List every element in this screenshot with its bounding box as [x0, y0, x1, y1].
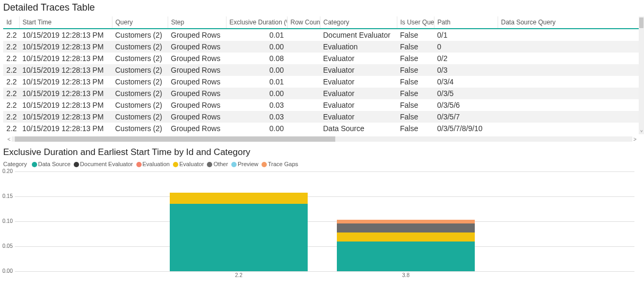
legend-text: Document Evaluator	[80, 161, 133, 167]
legend-item[interactable]: Evaluator	[173, 161, 204, 167]
cell-rc	[287, 53, 320, 64]
table-row[interactable]: 2.210/15/2019 12:28:13 PMCustomers (2)Gr…	[3, 88, 639, 99]
bar-segment[interactable]	[337, 232, 475, 242]
gridline	[15, 246, 634, 247]
cell-query: Customers (2)	[112, 99, 168, 111]
table-title: Detailed Traces Table	[0, 0, 644, 16]
cell-path: 0/1	[434, 29, 498, 41]
legend-text: Data Source	[38, 161, 71, 167]
cell-rc	[287, 99, 320, 111]
gridline	[15, 271, 634, 272]
table-header-row[interactable]: Id Start Time Query Step Exclusive Durat…	[3, 16, 639, 29]
chart-plot-area[interactable]: 0.000.050.100.150.202.23.8	[0, 171, 637, 278]
bar[interactable]	[170, 171, 308, 271]
cell-rc	[287, 111, 320, 123]
table-row[interactable]: 2.210/15/2019 12:28:13 PMCustomers (2)Gr…	[3, 53, 639, 64]
chart-legend[interactable]: Category Data SourceDocument EvaluatorEv…	[0, 161, 644, 171]
table-row[interactable]: 2.210/15/2019 12:28:13 PMCustomers (2)Gr…	[3, 29, 639, 41]
col-row-count[interactable]: Row Count	[287, 16, 320, 29]
chevron-down-icon[interactable]: ⅴ	[639, 128, 643, 133]
col-category[interactable]: Category	[320, 16, 397, 29]
scrollbar-thumb[interactable]	[639, 18, 643, 28]
table-row[interactable]: 2.210/15/2019 12:28:13 PMCustomers (2)Gr…	[3, 99, 639, 111]
bar[interactable]	[337, 171, 475, 271]
col-path[interactable]: Path	[434, 16, 498, 29]
cell-cat: Document Evaluator	[320, 29, 397, 41]
bar-segment[interactable]	[170, 193, 308, 204]
cell-id: 2.2	[3, 53, 19, 64]
cell-path: 0/2	[434, 53, 498, 64]
cell-cat: Evaluator	[320, 64, 397, 76]
cell-dsq	[498, 53, 639, 64]
y-tick-label: 0.05	[0, 243, 13, 249]
legend-item[interactable]: Data Source	[32, 161, 71, 167]
y-tick-label: 0.00	[0, 268, 13, 274]
cell-cat: Evaluator	[320, 111, 397, 123]
legend-item[interactable]: Preview	[231, 161, 258, 167]
cell-user: False	[397, 123, 434, 134]
cell-step: Grouped Rows	[168, 88, 226, 99]
chart-title: Exclusive Duration and Earliest Start Ti…	[0, 146, 644, 161]
bar-segment[interactable]	[170, 204, 308, 271]
bar-segment[interactable]	[337, 242, 475, 271]
horizontal-scrollbar[interactable]: < >	[6, 135, 638, 143]
cell-rc	[287, 41, 320, 53]
legend-swatch	[136, 162, 142, 167]
cell-start: 10/15/2019 12:28:13 PM	[19, 123, 112, 134]
col-step[interactable]: Step	[168, 16, 226, 29]
bar-segment[interactable]	[337, 223, 475, 232]
cell-start: 10/15/2019 12:28:13 PM	[19, 41, 112, 53]
cell-cat: Evaluator	[320, 88, 397, 99]
cell-user: False	[397, 29, 434, 41]
legend-swatch	[32, 162, 37, 167]
cell-rc	[287, 29, 320, 41]
cell-rc	[287, 64, 320, 76]
table-row[interactable]: 2.210/15/2019 12:28:13 PMCustomers (2)Gr…	[3, 41, 639, 53]
cell-dur: 0.00	[226, 64, 287, 76]
chevron-right-icon[interactable]: >	[632, 136, 638, 142]
cell-user: False	[397, 99, 434, 111]
cell-dsq	[498, 64, 639, 76]
table-row[interactable]: 2.210/15/2019 12:28:13 PMCustomers (2)Gr…	[3, 123, 639, 134]
cell-dur: 0.00	[226, 123, 287, 134]
table-row[interactable]: 2.210/15/2019 12:28:13 PMCustomers (2)Gr…	[3, 64, 639, 76]
cell-rc	[287, 123, 320, 134]
scrollbar-track[interactable]	[12, 136, 632, 142]
cell-query: Customers (2)	[112, 76, 168, 88]
cell-user: False	[397, 88, 434, 99]
bar-segment[interactable]	[337, 220, 475, 223]
cell-user: False	[397, 111, 434, 123]
table-row[interactable]: 2.210/15/2019 12:28:13 PMCustomers (2)Gr…	[3, 76, 639, 88]
cell-dsq	[498, 123, 639, 134]
scrollbar-thumb[interactable]	[15, 136, 335, 142]
legend-swatch	[231, 162, 237, 167]
cell-rc	[287, 88, 320, 99]
cell-dsq	[498, 76, 639, 88]
y-tick-label: 0.20	[0, 168, 13, 174]
legend-item[interactable]: Trace Gaps	[262, 161, 298, 167]
chevron-left-icon[interactable]: <	[6, 136, 12, 142]
cell-path: 0/3/5/7/8/9/10	[434, 123, 498, 134]
legend-item[interactable]: Evaluation	[136, 161, 170, 167]
cell-dur: 0.03	[226, 111, 287, 123]
vertical-scrollbar[interactable]: ⅴ	[639, 16, 644, 134]
cell-step: Grouped Rows	[168, 76, 226, 88]
col-query[interactable]: Query	[112, 16, 168, 29]
cell-step: Grouped Rows	[168, 64, 226, 76]
cell-step: Grouped Rows	[168, 123, 226, 134]
col-exclusive-duration[interactable]: Exclusive Duration (%)	[226, 16, 287, 29]
col-start-time[interactable]: Start Time	[19, 16, 112, 29]
legend-item[interactable]: Other	[207, 161, 228, 167]
traces-table[interactable]: Id Start Time Query Step Exclusive Durat…	[3, 16, 639, 134]
legend-label: Category	[3, 161, 27, 167]
col-is-user-query[interactable]: Is User Query	[397, 16, 434, 29]
cell-start: 10/15/2019 12:28:13 PM	[19, 29, 112, 41]
cell-path: 0/3/5	[434, 88, 498, 99]
table-row[interactable]: 2.210/15/2019 12:28:13 PMCustomers (2)Gr…	[3, 111, 639, 123]
col-id[interactable]: Id	[3, 16, 19, 29]
legend-swatch	[74, 162, 79, 167]
cell-start: 10/15/2019 12:28:13 PM	[19, 76, 112, 88]
legend-item[interactable]: Document Evaluator	[74, 161, 133, 167]
cell-cat: Evaluator	[320, 76, 397, 88]
col-data-source-query[interactable]: Data Source Query	[498, 16, 639, 29]
